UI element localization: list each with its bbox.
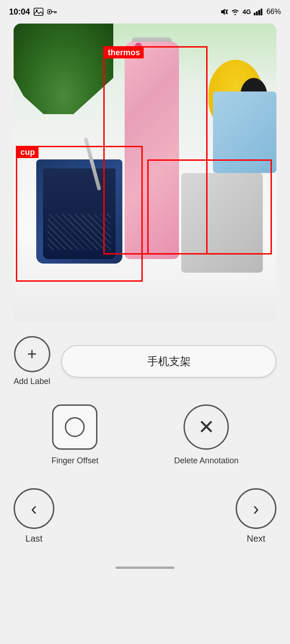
x-icon: ✕	[198, 417, 215, 437]
image-container[interactable]: thermos cup	[14, 24, 276, 322]
time: 10:04	[9, 7, 30, 17]
thermos-cap-dot	[135, 43, 142, 49]
signal-icon	[254, 8, 264, 15]
svg-marker-7	[221, 9, 225, 15]
label-chip[interactable]: 手机支架	[61, 345, 276, 378]
svg-rect-12	[258, 10, 260, 15]
delete-annotation-circle: ✕	[184, 404, 229, 450]
bottom-indicator	[0, 562, 290, 578]
finger-offset-text: Finger Offset	[52, 456, 99, 466]
next-button[interactable]: › Next	[236, 488, 276, 544]
tool-row: Finger Offset ✕ Delete Annotation	[14, 404, 276, 466]
indicator-bar	[116, 567, 174, 569]
next-text: Next	[246, 533, 265, 544]
svg-rect-11	[256, 11, 258, 15]
status-left: 10:04	[9, 7, 57, 17]
delete-annotation-button[interactable]: ✕ Delete Annotation	[174, 404, 238, 466]
add-label-button[interactable]: + Add Label	[14, 336, 50, 386]
label-chip-text: 手机支架	[147, 354, 191, 369]
nav-row: ‹ Last › Next	[0, 484, 290, 562]
status-right: 4G 66%	[220, 8, 281, 16]
svg-rect-13	[261, 9, 262, 15]
status-bar: 10:04 4G 6	[0, 0, 290, 24]
last-button[interactable]: ‹ Last	[14, 488, 54, 544]
delete-annotation-text: Delete Annotation	[174, 456, 238, 466]
phone-stand-obj	[181, 173, 263, 273]
svg-rect-10	[254, 13, 256, 15]
last-circle: ‹	[14, 488, 54, 529]
left-arrow-icon: ‹	[31, 500, 37, 518]
blue-bag	[213, 91, 276, 173]
finger-offset-button[interactable]: Finger Offset	[52, 404, 99, 466]
finger-offset-box	[52, 404, 97, 450]
last-text: Last	[25, 533, 43, 544]
cup-pattern	[48, 214, 111, 250]
battery: 66%	[266, 8, 281, 16]
next-circle: ›	[236, 488, 276, 529]
cup-inner	[43, 168, 116, 259]
bbox-cup-label: cup	[17, 147, 39, 158]
add-label-circle: +	[14, 336, 50, 372]
svg-rect-0	[34, 8, 43, 15]
right-arrow-icon: ›	[253, 500, 259, 518]
plus-icon: +	[27, 346, 37, 362]
plant	[14, 24, 113, 114]
finger-offset-inner-circle	[65, 417, 85, 437]
cup-obj	[36, 159, 122, 264]
scene: thermos cup	[14, 24, 276, 322]
mute-icon	[220, 8, 228, 16]
add-label-row: + Add Label 手机支架	[14, 336, 276, 386]
wifi-icon	[231, 8, 240, 15]
image-icon	[34, 8, 44, 16]
network-type: 4G	[242, 8, 251, 15]
thermos-bottle	[125, 42, 179, 259]
controls-area: + Add Label 手机支架 Finger Offset ✕ Delete …	[0, 322, 290, 466]
add-label-text: Add Label	[14, 377, 50, 386]
svg-point-3	[48, 11, 50, 13]
key-icon	[47, 9, 57, 15]
